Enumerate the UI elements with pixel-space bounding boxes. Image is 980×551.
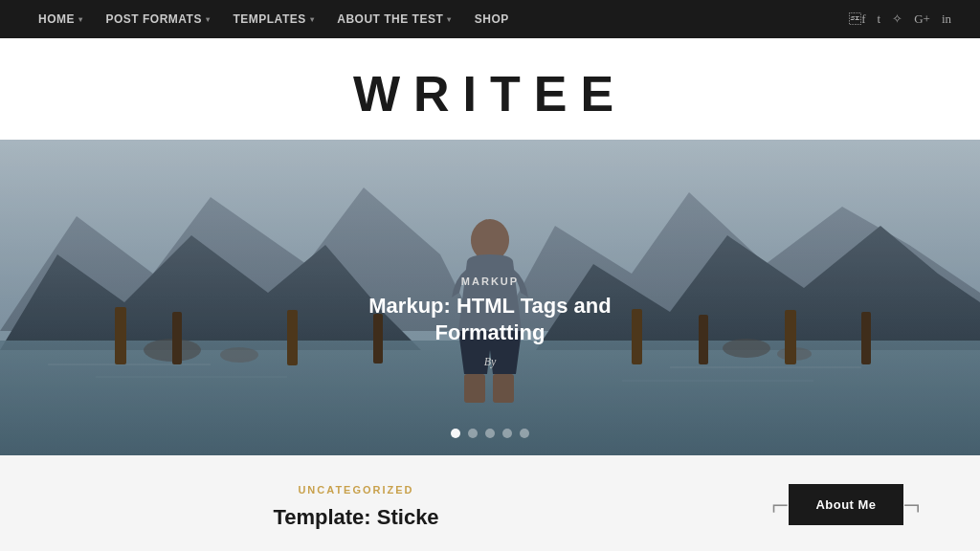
bracket-left-icon: ⌐ — [771, 490, 789, 520]
chevron-down-icon: ▾ — [78, 15, 83, 24]
dot-3[interactable] — [485, 429, 495, 438]
sidebar-widget: ⌐ About Me ¬ — [712, 455, 980, 551]
hero-text: MARKUP Markup: HTML Tags and Formatting … — [346, 276, 634, 369]
twitter-icon[interactable]: t — [878, 11, 881, 27]
linkedin-icon[interactable]: in — [942, 11, 951, 27]
facebook-icon[interactable]: f — [849, 11, 865, 27]
dot-1[interactable] — [451, 429, 460, 438]
nav-item-post-formats[interactable]: POST FORMATS ▾ — [97, 12, 220, 26]
googleplus-icon[interactable]: G+ — [914, 11, 930, 27]
chevron-down-icon: ▾ — [447, 15, 452, 24]
below-hero: UNCATEGORIZED Template: Sticke ⌐ About M… — [0, 455, 980, 551]
chevron-down-icon: ▾ — [310, 15, 315, 24]
main-nav: HOME ▾ POST FORMATS ▾ TEMPLATES ▾ ABOUT … — [0, 0, 980, 38]
post-category: UNCATEGORIZED — [38, 484, 674, 496]
about-me-widget: ⌐ About Me ¬ — [731, 484, 961, 525]
post-title-preview[interactable]: Template: Sticke — [38, 505, 674, 530]
recent-posts: UNCATEGORIZED Template: Sticke — [0, 455, 712, 551]
chevron-down-icon: ▾ — [206, 15, 211, 24]
bracket-right-icon: ¬ — [903, 490, 921, 520]
hero-category: MARKUP — [346, 276, 634, 287]
dot-2[interactable] — [468, 429, 478, 438]
nav-item-shop[interactable]: SHOP — [465, 12, 519, 26]
hero-by: By — [346, 355, 634, 369]
dot-4[interactable] — [502, 429, 512, 438]
instagram-icon[interactable]: ✧ — [892, 11, 902, 27]
about-me-button[interactable]: About Me — [789, 484, 902, 525]
nav-links: HOME ▾ POST FORMATS ▾ TEMPLATES ▾ ABOUT … — [29, 12, 519, 26]
nav-item-home[interactable]: HOME ▾ — [29, 12, 93, 26]
dot-5[interactable] — [520, 429, 529, 438]
nav-item-templates[interactable]: TEMPLATES ▾ — [223, 12, 323, 26]
nav-item-about[interactable]: ABOUT THE TEST ▾ — [327, 12, 461, 26]
hero-dots — [451, 429, 529, 438]
social-links: f t ✧ G+ in — [849, 11, 951, 27]
hero-section: MARKUP Markup: HTML Tags and Formatting … — [0, 140, 980, 455]
hero-title[interactable]: Markup: HTML Tags and Formatting — [346, 293, 634, 347]
site-title[interactable]: WRITEE — [0, 65, 980, 122]
site-header: WRITEE — [0, 38, 980, 140]
